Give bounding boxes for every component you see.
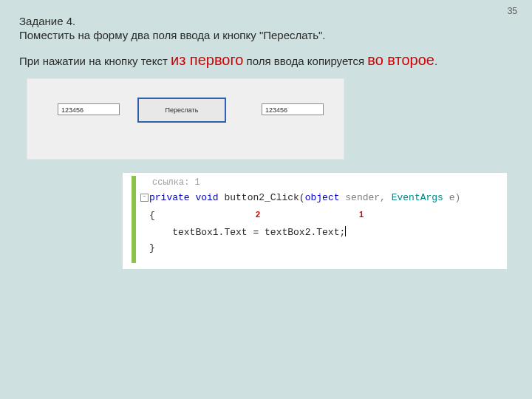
code-editor: ссылка: 1 - private void button2_Click(o… (123, 173, 507, 269)
param-end: e) (443, 192, 460, 203)
type-eventargs: EventArgs (392, 192, 443, 203)
kw-void: void (195, 192, 218, 203)
desc-em-1: из первого (171, 52, 243, 68)
desc-part-a: При нажатии на кнопку текст (19, 55, 171, 67)
code-line-open: { (149, 210, 155, 221)
param-mid: sender, (339, 192, 391, 203)
page-number: 35 (508, 6, 517, 16)
annotation-2: 2 (256, 210, 260, 219)
task-description-2: При нажатии на кнопку текст из первого п… (19, 49, 513, 71)
codelens-hint: ссылка: 1 (152, 177, 200, 188)
method-name: button2_Click( (219, 192, 305, 203)
kw-object: object (305, 192, 340, 203)
code-line-body: textBox1.Text = textBox2.Text; (149, 226, 346, 238)
desc-part-b: поля ввода копируется (243, 55, 367, 67)
textbox-2[interactable]: 123456 (262, 103, 324, 115)
task-title: Задание 4. (19, 15, 513, 27)
annotation-1: 1 (359, 210, 364, 219)
code-line-close: } (149, 242, 155, 253)
send-button[interactable]: Переслать (137, 98, 226, 123)
textbox-1[interactable]: 123456 (58, 103, 120, 115)
kw-private: private (149, 192, 190, 203)
text-cursor (345, 226, 346, 236)
fold-icon[interactable]: - (140, 194, 149, 202)
change-marker (132, 176, 136, 263)
form-mock: 123456 Переслать 123456 (27, 78, 344, 160)
desc-part-c: . (434, 55, 437, 67)
desc-em-2: во второе (367, 52, 434, 68)
task-description-1: Поместить на форму два поля ввода и кноп… (19, 29, 513, 41)
code-line-signature: private void button2_Click(object sender… (149, 192, 460, 203)
